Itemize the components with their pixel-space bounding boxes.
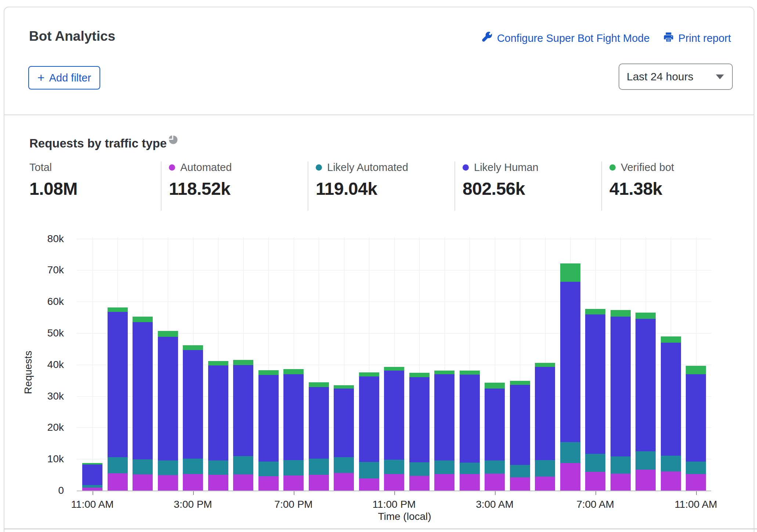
bar-segment-likely-automated[interactable] [460,463,480,474]
bar-segment-likely-human[interactable] [108,312,128,457]
bar-segment-likely-human[interactable] [434,374,454,460]
bar-segment-verified-bot[interactable] [208,361,228,365]
bar-segment-likely-human[interactable] [510,385,530,465]
bar-segment-automated[interactable] [535,477,555,491]
bar-segment-verified-bot[interactable] [359,372,379,376]
bar-segment-automated[interactable] [661,471,681,491]
bar-segment-likely-human[interactable] [686,374,706,462]
bar-segment-likely-human[interactable] [359,376,379,462]
bar-segment-likely-human[interactable] [82,464,102,485]
bar-segment-likely-automated[interactable] [108,457,128,473]
bar-segment-likely-automated[interactable] [233,456,253,474]
bar-segment-verified-bot[interactable] [460,371,480,375]
bar-segment-likely-human[interactable] [409,377,430,462]
bar-segment-verified-bot[interactable] [686,366,706,374]
bar-segment-automated[interactable] [158,475,178,491]
bar-segment-likely-human[interactable] [158,337,178,460]
bar-segment-likely-automated[interactable] [535,460,555,477]
bar-segment-likely-automated[interactable] [510,465,530,477]
bar-segment-verified-bot[interactable] [661,336,681,343]
bar-segment-verified-bot[interactable] [409,373,430,377]
bar-segment-likely-automated[interactable] [384,460,404,474]
bar-segment-likely-human[interactable] [334,389,354,457]
bar-segment-likely-automated[interactable] [409,462,430,476]
bar-segment-likely-automated[interactable] [611,456,631,473]
bar-segment-automated[interactable] [434,474,454,491]
configure-super-bot-fight-mode-link[interactable]: Configure Super Bot Fight Mode [482,32,650,45]
bar-segment-automated[interactable] [611,474,631,491]
bar-segment-likely-automated[interactable] [485,460,505,474]
bar-segment-likely-human[interactable] [635,319,656,451]
bar-segment-likely-human[interactable] [485,389,505,460]
bar-segment-automated[interactable] [560,463,580,491]
bar-segment-likely-automated[interactable] [434,460,454,474]
bar-segment-likely-human[interactable] [535,367,555,460]
bar-segment-likely-automated[interactable] [158,460,178,475]
bar-segment-verified-bot[interactable] [334,385,354,389]
bar-segment-verified-bot[interactable] [611,310,631,316]
add-filter-button[interactable]: + Add filter [28,66,100,90]
bar-segment-verified-bot[interactable] [560,263,580,282]
bar-segment-likely-human[interactable] [309,387,329,459]
bar-segment-likely-automated[interactable] [359,462,379,478]
bar-segment-verified-bot[interactable] [434,371,454,374]
bar-segment-likely-automated[interactable] [82,485,102,488]
bar-segment-likely-automated[interactable] [686,462,706,474]
bar-segment-automated[interactable] [208,475,228,491]
bar-segment-verified-bot[interactable] [82,463,102,464]
bar-segment-verified-bot[interactable] [283,369,304,374]
bar-segment-verified-bot[interactable] [384,367,404,371]
bar-segment-likely-human[interactable] [460,375,480,462]
bar-segment-likely-automated[interactable] [258,462,279,476]
bar-segment-automated[interactable] [686,474,706,491]
bar-segment-verified-bot[interactable] [258,370,279,375]
bar-segment-automated[interactable] [233,474,253,491]
bar-segment-automated[interactable] [334,473,354,491]
bar-segment-automated[interactable] [384,474,404,491]
time-range-dropdown[interactable]: Last 24 hours [619,63,733,90]
bar-segment-automated[interactable] [183,474,203,491]
print-report-link[interactable]: Print report [663,32,731,45]
bar-segment-verified-bot[interactable] [183,345,203,350]
bar-segment-likely-human[interactable] [283,374,304,460]
bar-segment-likely-human[interactable] [560,282,580,442]
bar-segment-likely-automated[interactable] [585,454,605,472]
bar-segment-likely-automated[interactable] [133,459,153,474]
bar-segment-automated[interactable] [108,473,128,491]
bar-segment-verified-bot[interactable] [133,317,153,322]
bar-segment-verified-bot[interactable] [585,309,605,315]
bar-segment-likely-human[interactable] [611,317,631,457]
bar-segment-verified-bot[interactable] [108,307,128,312]
bar-segment-likely-automated[interactable] [309,459,329,475]
bar-segment-likely-automated[interactable] [183,459,203,474]
bar-segment-likely-automated[interactable] [283,460,304,475]
bar-segment-likely-human[interactable] [258,375,279,462]
bar-segment-verified-bot[interactable] [233,360,253,365]
bar-segment-automated[interactable] [82,488,102,491]
bar-segment-automated[interactable] [258,476,279,491]
bar-segment-verified-bot[interactable] [309,382,329,387]
bar-segment-automated[interactable] [409,476,430,491]
bar-segment-likely-automated[interactable] [208,460,228,475]
bar-segment-verified-bot[interactable] [535,363,555,367]
bar-segment-verified-bot[interactable] [485,383,505,389]
bar-segment-likely-human[interactable] [585,314,605,453]
bar-segment-likely-human[interactable] [661,343,681,456]
bar-segment-likely-automated[interactable] [661,456,681,471]
bar-segment-likely-human[interactable] [183,350,203,459]
bar-segment-likely-automated[interactable] [334,457,354,473]
bar-segment-verified-bot[interactable] [158,331,178,337]
bar-segment-likely-human[interactable] [208,365,228,460]
bar-segment-likely-human[interactable] [133,322,153,459]
bar-segment-automated[interactable] [460,474,480,491]
bar-segment-likely-human[interactable] [233,365,253,456]
bar-segment-likely-human[interactable] [384,371,404,460]
bar-segment-automated[interactable] [309,475,329,491]
bar-segment-automated[interactable] [635,470,656,491]
bar-segment-automated[interactable] [283,475,304,491]
bar-segment-likely-automated[interactable] [560,442,580,463]
bar-segment-verified-bot[interactable] [510,381,530,385]
bar-segment-automated[interactable] [133,474,153,491]
bar-segment-automated[interactable] [510,477,530,491]
bar-segment-automated[interactable] [359,478,379,491]
